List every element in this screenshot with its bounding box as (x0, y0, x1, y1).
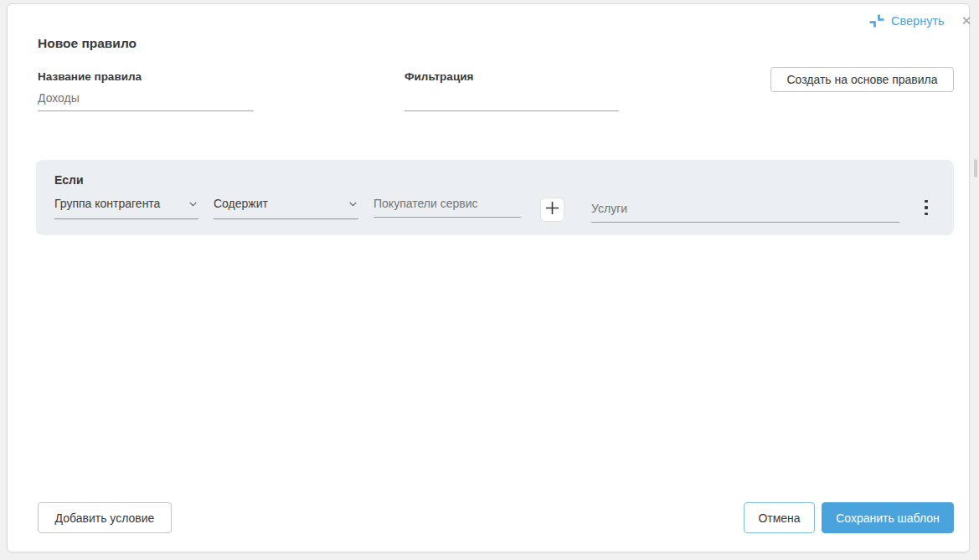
page-title: Новое правило (38, 36, 137, 51)
filtration-input[interactable] (404, 91, 619, 111)
page-scrollbar[interactable] (974, 159, 977, 177)
if-label: Если (54, 173, 84, 187)
condition-field-select[interactable]: Группа контрагента (54, 197, 198, 219)
collapse-label: Свернуть (891, 14, 945, 28)
condition-value-input[interactable] (374, 197, 521, 218)
screen: Свернуть ✕ Новое правило Название правил… (0, 0, 979, 560)
new-rule-dialog: Свернуть ✕ Новое правило Название правил… (7, 3, 970, 552)
save-template-button[interactable]: Сохранить шаблон (822, 502, 954, 533)
add-condition-button[interactable]: Добавить условие (38, 502, 172, 533)
collapse-icon (868, 13, 885, 29)
cancel-button[interactable]: Отмена (744, 502, 815, 533)
add-value-button[interactable] (540, 198, 564, 222)
collapse-button[interactable]: Свернуть (868, 13, 945, 29)
condition-target-input[interactable] (591, 202, 899, 223)
kebab-menu-icon[interactable] (920, 196, 933, 219)
condition-row: Если Группа контрагента Содержит (36, 160, 954, 235)
filtration-label: Фильтрация (404, 70, 473, 83)
create-from-rule-button[interactable]: Создать на основе правила (770, 67, 954, 92)
condition-field-value: Группа контрагента (54, 197, 160, 210)
close-icon[interactable]: ✕ (958, 13, 975, 29)
chevron-down-icon (348, 198, 358, 212)
chevron-down-icon (188, 198, 198, 212)
condition-operator-select[interactable]: Содержит (214, 197, 358, 219)
plus-icon (544, 200, 560, 219)
rule-name-input[interactable] (38, 91, 254, 111)
rule-name-label: Название правила (38, 70, 142, 83)
condition-operator-value: Содержит (214, 197, 268, 210)
